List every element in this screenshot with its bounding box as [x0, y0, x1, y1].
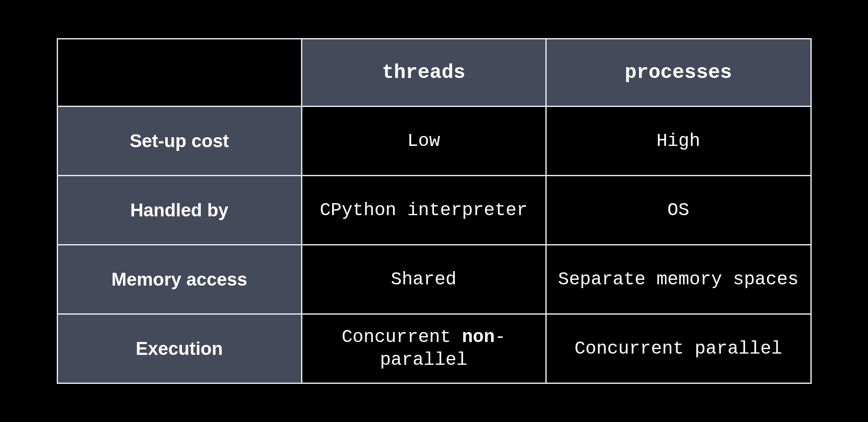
- column-header-processes: processes: [546, 39, 811, 107]
- row-label-execution: Execution: [57, 314, 301, 383]
- cell-execution-threads: Concurrent non-parallel: [301, 314, 546, 383]
- row-label-handled-by: Handled by: [57, 176, 301, 245]
- table-header-row: threads processes: [57, 39, 811, 107]
- row-label-setup-cost: Set-up cost: [57, 107, 301, 176]
- cell-setup-threads: Low: [301, 107, 546, 176]
- column-header-threads: threads: [301, 39, 546, 107]
- table-row: Execution Concurrent non-parallel Concur…: [57, 314, 811, 383]
- row-label-memory-access: Memory access: [57, 245, 301, 314]
- cell-handled-threads: CPython interpreter: [301, 176, 546, 245]
- cell-setup-processes: High: [546, 107, 811, 176]
- table-row: Memory access Shared Separate memory spa…: [57, 245, 811, 314]
- table-row: Handled by CPython interpreter OS: [57, 176, 811, 245]
- cell-handled-processes: OS: [546, 176, 811, 245]
- cell-memory-threads: Shared: [301, 245, 546, 314]
- cell-execution-processes: Concurrent parallel: [546, 314, 811, 383]
- exec-threads-pre: Concurrent: [342, 327, 462, 347]
- comparison-table: threads processes Set-up cost Low High H…: [57, 38, 812, 384]
- exec-threads-bold: non: [462, 327, 494, 347]
- cell-memory-processes: Separate memory spaces: [546, 245, 811, 314]
- blank-corner-cell: [57, 39, 301, 107]
- table-row: Set-up cost Low High: [57, 107, 811, 176]
